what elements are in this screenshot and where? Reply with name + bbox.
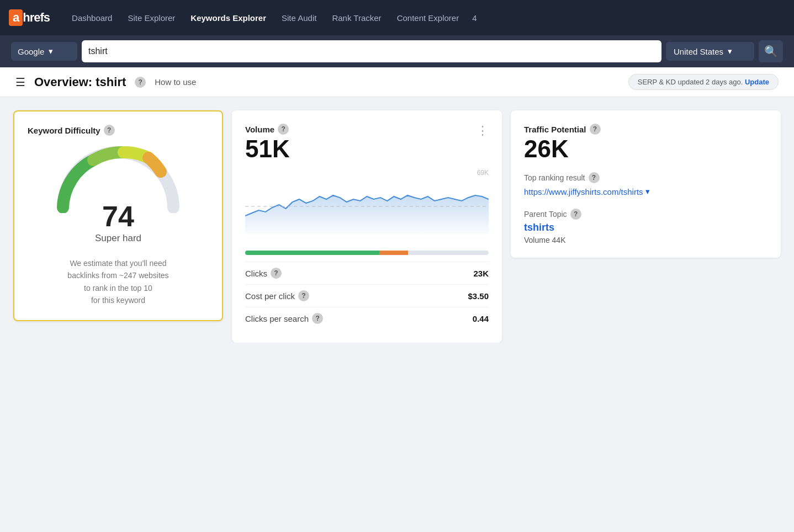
serp-update-badge: SERP & KD updated 2 days ago. Update: [628, 74, 779, 90]
volume-label: Volume ?: [245, 124, 290, 135]
engine-chevron-icon: ▾: [49, 46, 53, 56]
traffic-potential-card: Traffic Potential ? 26K Top ranking resu…: [511, 110, 781, 258]
clicks-help-icon[interactable]: ?: [271, 268, 282, 279]
cpc-row: Cost per click ? $3.50: [245, 284, 489, 307]
clicks-label: Clicks ?: [245, 268, 282, 279]
cpc-value: $3.50: [468, 291, 489, 301]
country-select[interactable]: United States ▾: [666, 42, 754, 61]
keyword-input-wrap: [82, 40, 661, 62]
volume-menu-icon[interactable]: ⋮: [477, 124, 489, 138]
search-button[interactable]: 🔍: [759, 40, 783, 62]
volume-help-icon[interactable]: ?: [278, 124, 289, 135]
tp-card-label: Traffic Potential ?: [524, 124, 767, 135]
volume-value: 51K: [245, 136, 290, 162]
engine-select[interactable]: Google ▾: [11, 42, 77, 61]
nav-content-explorer[interactable]: Content Explorer: [390, 10, 466, 26]
engine-label: Google: [18, 47, 44, 56]
logo-hrefs: hrefs: [23, 10, 50, 25]
kd-card-label: Keyword Difficulty ?: [28, 125, 209, 136]
cards-area: Keyword Difficulty ? 74 Super hard We es…: [0, 97, 794, 343]
parent-topic-label: Parent Topic ?: [524, 209, 767, 220]
nav-site-explorer[interactable]: Site Explorer: [121, 10, 182, 26]
kd-help-icon[interactable]: ?: [104, 125, 115, 136]
search-bar: Google ▾ United States ▾ 🔍: [0, 35, 794, 67]
how-to-use-button[interactable]: How to use: [155, 77, 196, 87]
nav-keywords-explorer[interactable]: Keywords Explorer: [184, 10, 273, 26]
volume-chart-svg: [245, 169, 489, 235]
cps-row: Clicks per search ? 0.44: [245, 307, 489, 329]
logo-a: a: [9, 9, 23, 26]
nav-links: Dashboard Site Explorer Keywords Explore…: [65, 10, 465, 26]
how-to-use-label: How to use: [155, 77, 196, 87]
tp-value: 26K: [524, 136, 767, 162]
vol-bar-gray: [408, 251, 489, 255]
search-icon: 🔍: [764, 45, 778, 58]
nav-dashboard[interactable]: Dashboard: [65, 10, 119, 26]
country-chevron-icon: ▾: [728, 46, 732, 56]
serp-update-text: SERP & KD updated 2 days ago.: [638, 78, 743, 86]
ranking-url-chevron-icon: ▾: [645, 187, 650, 196]
parent-topic-volume: Volume 44K: [524, 236, 767, 244]
title-help-icon[interactable]: ?: [135, 77, 146, 88]
vol-bar-green: [245, 251, 379, 255]
top-navigation: a hrefs Dashboard Site Explorer Keywords…: [0, 0, 794, 35]
gauge-wrap: 74 Super hard: [28, 136, 209, 244]
clicks-row: Clicks ? 23K: [245, 262, 489, 284]
nav-number: 4: [470, 10, 479, 26]
vol-bar-orange: [379, 251, 409, 255]
country-label: United States: [674, 47, 723, 56]
volume-card-header: Volume ? 51K ⋮: [245, 124, 489, 162]
cpc-label: Cost per click ?: [245, 290, 309, 301]
volume-card: Volume ? 51K ⋮ 69K: [232, 110, 502, 343]
kd-description: We estimate that you'll need backlinks f…: [28, 257, 209, 307]
kd-score-label: Super hard: [95, 233, 141, 244]
cps-label: Clicks per search ?: [245, 313, 323, 324]
volume-chart-wrap: 69K: [245, 169, 489, 246]
page-header: ☰ Overview: tshirt ? How to use SERP & K…: [0, 67, 794, 97]
cps-help-icon[interactable]: ?: [312, 313, 323, 324]
hamburger-icon[interactable]: ☰: [15, 76, 25, 89]
tp-help-icon[interactable]: ?: [590, 124, 601, 135]
top-ranking-help-icon[interactable]: ?: [589, 172, 600, 183]
nav-rank-tracker[interactable]: Rank Tracker: [325, 10, 388, 26]
nav-site-audit[interactable]: Site Audit: [275, 10, 323, 26]
kd-score: 74: [102, 202, 134, 231]
chart-top-label: 69K: [477, 169, 489, 177]
cpc-help-icon[interactable]: ?: [298, 290, 309, 301]
clicks-value: 23K: [473, 269, 489, 278]
volume-bar: [245, 251, 489, 255]
page-title: Overview: tshirt: [34, 75, 126, 89]
ranking-url[interactable]: https://www.jiffyshirts.com/tshirts ▾: [524, 187, 767, 196]
update-link[interactable]: Update: [745, 78, 769, 86]
parent-topic-help-icon[interactable]: ?: [570, 209, 581, 220]
kd-card: Keyword Difficulty ? 74 Super hard We es…: [13, 110, 223, 321]
keyword-input[interactable]: [88, 46, 655, 56]
cps-value: 0.44: [473, 314, 489, 323]
logo[interactable]: a hrefs: [9, 9, 50, 26]
parent-topic-value[interactable]: tshirts: [524, 222, 767, 233]
top-ranking-label: Top ranking result ?: [524, 172, 767, 183]
